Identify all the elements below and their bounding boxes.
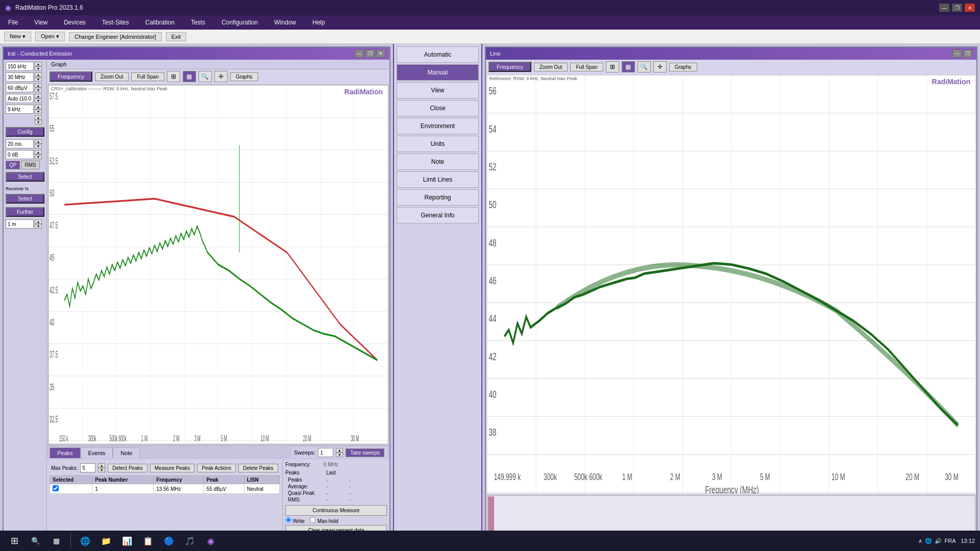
config-manual[interactable]: Manual: [397, 64, 479, 81]
widgets-icon[interactable]: ▦: [47, 532, 65, 550]
exit-button[interactable]: Exit: [166, 32, 186, 41]
right-graphs-button[interactable]: Graphs: [669, 63, 697, 71]
radimation-taskbar-icon[interactable]: ◉: [202, 532, 220, 550]
freq1-down[interactable]: ▼: [35, 66, 42, 71]
left-win-restore[interactable]: ❐: [365, 49, 375, 58]
menu-view[interactable]: View: [26, 15, 56, 30]
freq2-down[interactable]: ▼: [35, 77, 42, 82]
config-note[interactable]: Note: [397, 154, 479, 170]
row-checkbox[interactable]: [53, 485, 59, 491]
right-pan-icon-btn[interactable]: ✛: [653, 61, 667, 72]
atten-up[interactable]: ▲: [35, 150, 42, 155]
max-hold-radio-label[interactable]: Max-hold: [310, 517, 338, 524]
tab-note[interactable]: Note: [113, 447, 140, 458]
chrome-icon[interactable]: 🔵: [160, 532, 178, 550]
auto-up[interactable]: ▲: [35, 94, 42, 98]
full-span-button[interactable]: Full Span: [131, 72, 164, 81]
file-explorer-icon[interactable]: 📁: [97, 532, 115, 550]
peak-actions-button[interactable]: Peak Actions: [197, 464, 236, 472]
network-icon[interactable]: 🌐: [925, 538, 932, 544]
take-sweeps-button[interactable]: Take sweeps: [346, 448, 384, 457]
graphs-button[interactable]: Graphs: [230, 72, 258, 81]
grid-icon-btn[interactable]: ⊞: [167, 71, 180, 82]
close-button[interactable]: ✕: [965, 4, 975, 12]
left-win-close[interactable]: ✕: [376, 49, 385, 58]
change-engineer-button[interactable]: Change Engineer [Administrator]: [69, 32, 162, 41]
excel-icon[interactable]: 📊: [118, 532, 136, 550]
time-down[interactable]: ▼: [35, 144, 42, 148]
zoom-icon-btn[interactable]: 🔍: [199, 71, 212, 82]
write-radio[interactable]: [285, 517, 291, 523]
continuous-measure-button[interactable]: Continuous Measure: [285, 505, 387, 516]
time-up[interactable]: ▲: [35, 139, 42, 144]
menu-file[interactable]: File: [0, 15, 26, 30]
step-up[interactable]: ▲: [35, 219, 42, 224]
start-button[interactable]: ⊞: [5, 532, 23, 550]
config-close[interactable]: Close: [397, 100, 479, 116]
zoom-out-button[interactable]: Zoom Out: [95, 72, 129, 81]
config-general-info[interactable]: General Info: [397, 207, 479, 223]
config-button[interactable]: Config: [6, 127, 44, 137]
level-down[interactable]: ▼: [35, 88, 42, 92]
freq2-up[interactable]: ▲: [35, 72, 42, 77]
step-input[interactable]: [6, 219, 34, 229]
menu-calibration[interactable]: Calibration: [137, 15, 183, 30]
right-grid2-icon-btn[interactable]: ▦: [622, 61, 635, 72]
config-units[interactable]: Units: [397, 136, 479, 152]
right-win-minimize[interactable]: —: [952, 49, 962, 58]
vscode-icon[interactable]: 📋: [139, 532, 157, 550]
receiver-select-button[interactable]: Select: [6, 194, 44, 204]
right-zoom-out-button[interactable]: Zoom Out: [534, 63, 568, 71]
minimize-button[interactable]: —: [939, 4, 949, 12]
sweeps-input[interactable]: [318, 448, 333, 457]
new-button[interactable]: New ▾: [4, 32, 31, 41]
tab-peaks[interactable]: Peaks: [50, 447, 81, 458]
sweeps-up[interactable]: ▲: [336, 448, 343, 453]
config-reporting[interactable]: Reporting: [397, 189, 479, 206]
menu-devices[interactable]: Devices: [56, 15, 94, 30]
right-zoom-icon-btn[interactable]: 🔍: [638, 61, 651, 72]
grid2-icon-btn[interactable]: ▦: [183, 71, 196, 82]
left-win-minimize[interactable]: —: [355, 49, 364, 58]
time-input[interactable]: [6, 139, 34, 148]
right-win-restore[interactable]: ❐: [963, 49, 972, 58]
menu-test-sites[interactable]: Test-Sites: [94, 15, 137, 30]
rbw-input[interactable]: [6, 105, 34, 114]
select-button[interactable]: Select: [6, 172, 44, 182]
pan-icon-btn[interactable]: ✛: [214, 71, 228, 82]
freq2-input[interactable]: [6, 72, 34, 82]
measure-peaks-button[interactable]: Measure Peaks: [150, 464, 194, 472]
delete-peaks-button[interactable]: Delete Peaks: [238, 464, 278, 472]
extra-up[interactable]: ▲: [35, 115, 42, 120]
freq1-up[interactable]: ▲: [35, 62, 42, 66]
rbw-up[interactable]: ▲: [35, 105, 42, 109]
atten-input[interactable]: [6, 150, 34, 159]
level-up[interactable]: ▲: [35, 83, 42, 88]
max-hold-radio[interactable]: [310, 517, 316, 523]
config-view[interactable]: View: [397, 82, 479, 98]
write-radio-label[interactable]: Write: [285, 517, 305, 524]
further-button[interactable]: Further: [6, 207, 44, 217]
volume-icon[interactable]: 🔊: [935, 538, 942, 544]
edge-icon[interactable]: 🌐: [76, 532, 94, 550]
max-peaks-down[interactable]: ▼: [98, 468, 105, 472]
sweeps-down[interactable]: ▼: [336, 453, 343, 457]
right-full-span-button[interactable]: Full Span: [570, 63, 603, 71]
open-button[interactable]: Open ▾: [35, 32, 65, 41]
atten-down[interactable]: ▼: [35, 155, 42, 159]
tray-arrow[interactable]: ∧: [918, 538, 922, 544]
restore-button[interactable]: ❐: [952, 4, 962, 12]
menu-tests[interactable]: Tests: [183, 15, 213, 30]
config-automatic[interactable]: Automatic: [397, 46, 479, 63]
level-input[interactable]: [6, 83, 34, 92]
config-limit-lines[interactable]: Limit Lines: [397, 171, 479, 188]
app-icon[interactable]: 🎵: [181, 532, 199, 550]
auto-down[interactable]: ▼: [35, 98, 42, 103]
freq1-input[interactable]: [6, 62, 34, 71]
detect-peaks-button[interactable]: Detect Peaks: [108, 464, 147, 472]
auto-input[interactable]: [6, 94, 34, 103]
max-peaks-up[interactable]: ▲: [98, 463, 105, 468]
menu-help[interactable]: Help: [304, 15, 333, 30]
tab-events[interactable]: Events: [81, 447, 113, 458]
step-down[interactable]: ▼: [35, 224, 42, 229]
